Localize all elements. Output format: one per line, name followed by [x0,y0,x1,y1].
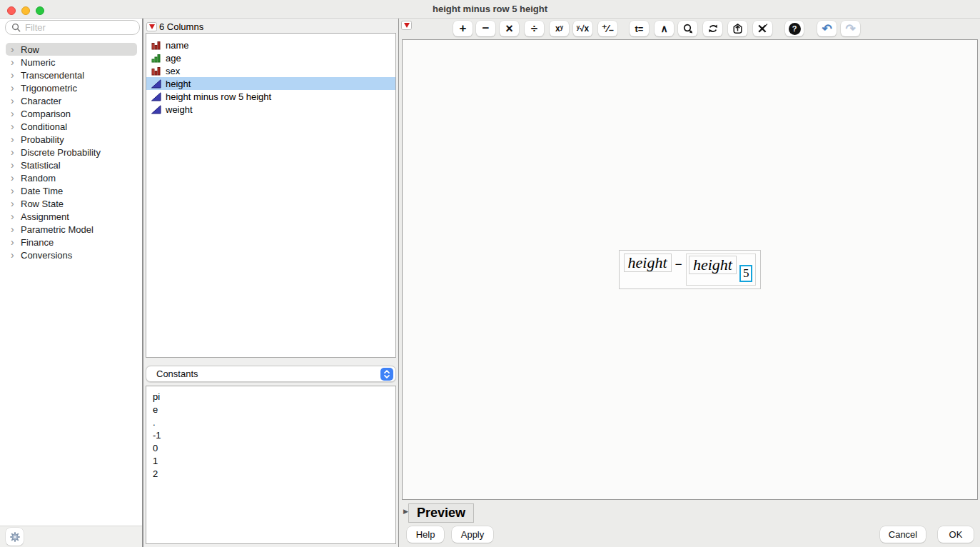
delete-expression-button[interactable] [753,21,772,36]
row-subscript-selected[interactable]: 5 [739,265,753,282]
constant-item-2[interactable]: 2 [146,468,395,481]
formula-canvas: height − height 5 [402,39,978,500]
chevron-right-icon: › [11,223,18,236]
search-icon [11,23,21,32]
settings-button[interactable] [6,528,24,546]
column-item-height[interactable]: height [146,77,395,90]
category-transcendental[interactable]: ›Transcendental [6,69,137,81]
category-row-state[interactable]: ›Row State [6,197,137,210]
root-button[interactable]: ʸ√x [573,21,592,36]
red-triangle-icon [149,24,155,29]
help-toolbar-button[interactable]: ? [785,21,804,36]
circular-arrows-icon [707,24,719,34]
switch-sign-button[interactable]: ⁺⁄₋ [598,21,617,36]
continuous-column-icon [151,79,161,89]
ordinal-column-icon [151,54,161,63]
subtract-button[interactable]: − [476,21,495,36]
chevron-right-icon: › [11,159,18,171]
chevron-right-icon: › [11,236,18,249]
columns-list: name age sex height height minus row 5 h… [146,33,396,358]
nominal-column-icon [151,66,161,76]
category-probability[interactable]: ›Probability [6,133,137,146]
power-button[interactable]: xʸ [550,21,569,36]
rotate-term-button[interactable] [678,21,697,36]
peel-expression-button[interactable]: ∧ [655,21,674,36]
chevron-right-icon: › [11,69,18,81]
constant-item-0[interactable]: 0 [146,442,395,455]
category-discrete-probability[interactable]: ›Discrete Probability [6,146,137,159]
chevron-right-icon: › [11,210,18,223]
gear-icon [9,531,21,543]
category-trigonometric[interactable]: ›Trigonometric [6,81,137,94]
cancel-button[interactable]: Cancel [880,526,926,543]
disclosure-triangle-icon: ▶ [403,508,408,515]
function-group-value: Constants [156,368,198,379]
formula-left-operand[interactable]: height [624,254,672,272]
column-item-age[interactable]: age [146,51,395,64]
columns-menu-button[interactable] [146,22,157,31]
formula-editor-panel: + − × ÷ xʸ ʸ√x ⁺⁄₋ t= ∧ ? ↶ ↷ height − [399,19,980,547]
swap-terms-button[interactable] [703,21,722,36]
category-conditional[interactable]: ›Conditional [6,120,137,133]
preview-section[interactable]: ▶ Preview [399,500,980,523]
add-button[interactable]: + [453,21,473,36]
titlebar: height minus row 5 height [0,0,980,19]
up-arrow-badge-icon [732,24,743,34]
undo-button[interactable]: ↶ [817,21,837,36]
function-group-select[interactable]: Constants [146,366,396,382]
question-mark-icon: ? [789,23,801,35]
formula-editor-window: height minus row 5 height ›Row ›Numeric … [0,0,980,547]
function-category-sidebar: ›Row ›Numeric ›Transcendental ›Trigonome… [0,19,143,547]
category-conversions[interactable]: ›Conversions [6,249,137,261]
column-item-sex[interactable]: sex [146,64,395,77]
constant-item-pi[interactable]: pi [146,391,395,403]
category-character[interactable]: ›Character [6,94,137,107]
preview-header[interactable]: Preview [408,503,474,523]
columns-panel: 6 Columns name age sex height height min… [143,19,399,547]
formula-expression[interactable]: height − height 5 [619,250,762,289]
formula-menu-button[interactable] [401,21,412,30]
chevron-right-icon: › [11,184,18,197]
formula-right-operand[interactable]: height [689,256,737,274]
minus-operator[interactable]: − [675,259,682,269]
nominal-column-icon [151,41,161,50]
filter-input[interactable] [25,22,133,33]
filter-field[interactable] [5,20,140,35]
redo-button[interactable]: ↷ [841,21,860,36]
ok-button[interactable]: OK [938,526,974,543]
chevron-right-icon: › [11,81,18,94]
formula-subscripted-term[interactable]: height 5 [686,254,757,286]
category-row[interactable]: ›Row [6,43,137,56]
constant-item-e[interactable]: e [146,403,395,416]
undo-arrow-icon: ↶ [822,21,832,36]
local-variable-button[interactable]: t= [630,21,649,36]
category-date-time[interactable]: ›Date Time [6,184,137,197]
constant-item-missing[interactable]: . [146,416,395,429]
category-random[interactable]: ›Random [6,171,137,184]
boxing-button[interactable] [728,21,747,36]
category-assignment[interactable]: ›Assignment [6,210,137,223]
help-button[interactable]: Help [407,526,444,543]
constant-item-1[interactable]: 1 [146,455,395,468]
category-list: ›Row ›Numeric ›Transcendental ›Trigonome… [0,43,143,261]
column-item-weight[interactable]: weight [146,103,395,116]
continuous-column-icon [151,92,161,101]
category-finance[interactable]: ›Finance [6,236,137,249]
chevron-right-icon: › [11,107,18,120]
chevron-right-icon: › [11,133,18,146]
column-item-height-minus-row-5-height[interactable]: height minus row 5 height [146,90,395,103]
category-parametric-model[interactable]: ›Parametric Model [6,223,137,236]
multiply-button[interactable]: × [500,21,519,36]
chevron-right-icon: › [11,56,18,69]
constants-list: pi e . -1 0 1 2 [146,386,396,544]
category-numeric[interactable]: ›Numeric [6,56,137,69]
columns-count-label: 6 Columns [159,21,203,32]
category-comparison[interactable]: ›Comparison [6,107,137,120]
column-item-name[interactable]: name [146,39,395,51]
chevron-right-icon: › [11,171,18,184]
rotate-q-icon [682,24,694,34]
divide-button[interactable]: ÷ [525,21,544,36]
apply-button[interactable]: Apply [452,526,493,543]
constant-item-neg1[interactable]: -1 [146,429,395,442]
category-statistical[interactable]: ›Statistical [6,159,137,171]
